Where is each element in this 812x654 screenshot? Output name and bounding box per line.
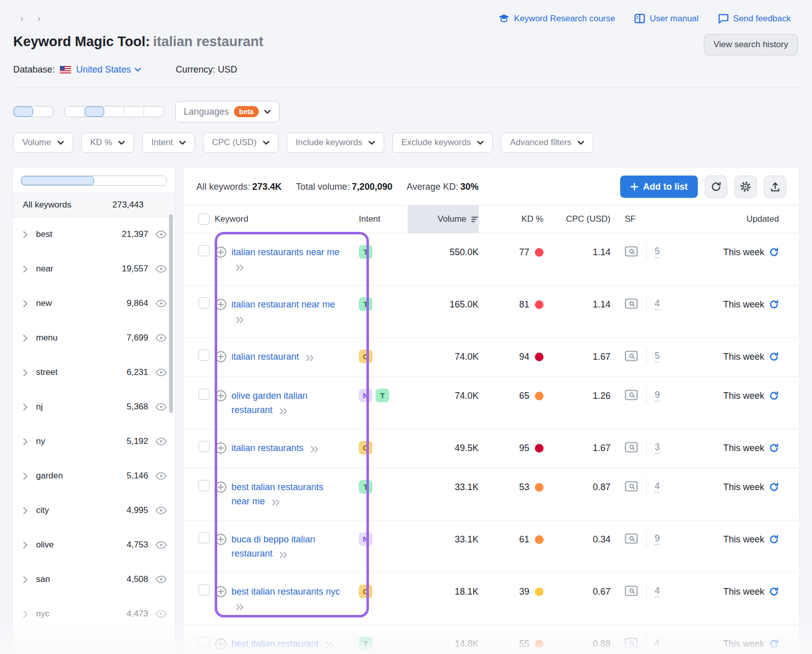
serp-preview-icon[interactable] — [625, 351, 638, 361]
sf-count[interactable]: 4 — [655, 480, 660, 493]
add-keyword-icon[interactable] — [215, 481, 227, 508]
add-keyword-icon[interactable] — [215, 442, 227, 455]
filter-dropdown[interactable]: Intent — [142, 132, 195, 153]
refresh-keyword-icon[interactable] — [769, 587, 779, 597]
filter-dropdown[interactable]: Volume — [13, 132, 73, 153]
refresh-keyword-icon[interactable] — [769, 534, 779, 544]
chevron-right-icon[interactable] — [23, 576, 28, 583]
refresh-keyword-icon[interactable] — [769, 443, 779, 453]
chevron-right-icon[interactable] — [23, 403, 28, 411]
sf-count[interactable]: 4 — [655, 637, 660, 649]
serp-preview-icon[interactable] — [625, 586, 638, 596]
keyword-link[interactable]: olive garden italian restaurant — [231, 391, 308, 415]
keyword-link[interactable]: best italian restaurants nyc — [231, 587, 340, 597]
open-keyword-icon[interactable] — [279, 408, 288, 415]
keyword-link[interactable]: italian restaurants — [231, 443, 303, 453]
eye-icon[interactable] — [155, 610, 167, 618]
open-keyword-icon[interactable] — [235, 264, 245, 271]
sidebar-scrollbar[interactable] — [169, 214, 173, 413]
export-button[interactable] — [764, 176, 786, 198]
keyword-link[interactable]: best italian restaurant — [231, 639, 319, 649]
refresh-keyword-icon[interactable] — [769, 639, 779, 649]
all-keywords-row[interactable]: All keywords 273,443 — [13, 193, 175, 217]
sidebar-sort-tab[interactable] — [21, 176, 94, 185]
keyword-group-row[interactable]: ny 5,192 — [13, 424, 175, 459]
refresh-keyword-icon[interactable] — [769, 391, 779, 401]
eye-icon[interactable] — [155, 437, 167, 445]
open-keyword-icon[interactable] — [306, 355, 315, 361]
filter-dropdown[interactable]: Advanced filters — [501, 132, 593, 153]
match-tab[interactable] — [33, 107, 53, 117]
add-keyword-icon[interactable] — [215, 390, 227, 417]
serp-preview-icon[interactable] — [625, 533, 638, 544]
eye-icon[interactable] — [155, 230, 167, 238]
row-checkbox[interactable] — [198, 637, 210, 648]
row-checkbox[interactable] — [198, 297, 210, 308]
add-keyword-icon[interactable] — [215, 586, 227, 613]
serp-preview-icon[interactable] — [625, 638, 638, 648]
breadcrumb-item[interactable] — [13, 13, 30, 24]
open-keyword-icon[interactable] — [310, 446, 319, 453]
keyword-group-row[interactable]: nj 5,368 — [13, 390, 175, 424]
match-tab[interactable] — [65, 107, 85, 117]
chevron-right-icon[interactable] — [23, 231, 28, 238]
breadcrumb-item[interactable] — [30, 13, 48, 24]
open-keyword-icon[interactable] — [279, 552, 288, 558]
filter-dropdown[interactable]: CPC (USD) — [203, 132, 279, 153]
keyword-group-row[interactable]: street 6,231 — [13, 355, 175, 390]
open-keyword-icon[interactable] — [272, 499, 281, 506]
column-cpc[interactable]: CPC (USD) — [544, 205, 611, 233]
add-keyword-icon[interactable] — [215, 246, 227, 273]
keyword-group-row[interactable]: best 21,397 — [13, 217, 175, 252]
filter-dropdown[interactable]: KD % — [81, 132, 134, 153]
sf-count[interactable]: 4 — [655, 584, 660, 597]
open-keyword-icon[interactable] — [235, 604, 245, 610]
row-checkbox[interactable] — [198, 532, 210, 543]
row-checkbox[interactable] — [198, 584, 210, 596]
view-search-history-button[interactable]: View search history — [704, 34, 798, 55]
row-checkbox[interactable] — [198, 480, 210, 491]
open-keyword-icon[interactable] — [235, 317, 245, 323]
sf-count[interactable]: 4 — [655, 297, 660, 310]
row-checkbox[interactable] — [198, 441, 210, 452]
add-keyword-icon[interactable] — [215, 351, 227, 364]
keyword-group-row[interactable]: city 4,995 — [13, 493, 175, 528]
row-checkbox[interactable] — [198, 350, 210, 361]
chevron-right-icon[interactable] — [23, 300, 28, 307]
keyword-group-row[interactable]: near 19,557 — [13, 252, 175, 286]
match-tab[interactable] — [105, 107, 124, 117]
serp-preview-icon[interactable] — [625, 246, 638, 257]
keyword-link[interactable]: buca di beppo italian restaurant — [231, 534, 315, 559]
sf-count[interactable]: 5 — [655, 350, 660, 362]
row-checkbox[interactable] — [198, 245, 210, 256]
sf-count[interactable]: 9 — [655, 389, 660, 401]
refresh-keyword-icon[interactable] — [769, 247, 779, 257]
column-volume[interactable]: Volume — [408, 205, 479, 233]
chevron-right-icon[interactable] — [23, 438, 28, 445]
add-to-list-button[interactable]: Add to list — [620, 176, 698, 198]
add-keyword-icon[interactable] — [215, 298, 227, 326]
add-keyword-icon[interactable] — [215, 533, 227, 561]
refresh-keyword-icon[interactable] — [769, 352, 779, 362]
keyword-group-row[interactable]: nyc 4,473 — [13, 597, 175, 631]
chevron-right-icon[interactable] — [23, 265, 28, 273]
open-keyword-icon[interactable] — [325, 642, 334, 648]
send-feedback-link[interactable]: Send feedback — [718, 14, 791, 24]
eye-icon[interactable] — [155, 506, 167, 514]
serp-preview-icon[interactable] — [625, 481, 638, 492]
add-keyword-icon[interactable] — [215, 638, 227, 651]
keyword-group-row[interactable]: olive 4,753 — [13, 528, 175, 562]
sidebar-sort-tab[interactable] — [94, 176, 167, 185]
eye-icon[interactable] — [155, 541, 167, 549]
serp-preview-icon[interactable] — [625, 298, 638, 309]
match-tab[interactable] — [124, 107, 144, 117]
sf-count[interactable]: 9 — [655, 532, 660, 545]
keyword-link[interactable]: italian restaurant — [231, 352, 299, 362]
eye-icon[interactable] — [155, 472, 167, 480]
chevron-right-icon[interactable] — [23, 507, 28, 514]
chevron-right-icon[interactable] — [23, 369, 28, 376]
keyword-group-row[interactable]: new 9,864 — [13, 286, 175, 321]
keyword-group-row[interactable]: garden 5,146 — [13, 459, 175, 493]
keyword-link[interactable]: italian restaurants near me — [231, 247, 340, 257]
languages-dropdown[interactable]: Languages beta — [175, 101, 280, 122]
